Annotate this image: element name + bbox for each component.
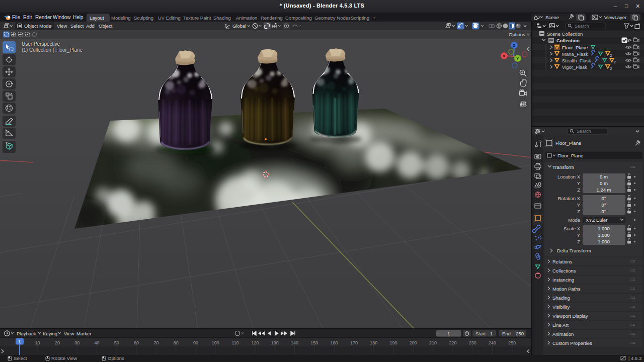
svg-text:Search: Search xyxy=(577,129,591,134)
svg-text:Floor_Plane: Floor_Plane xyxy=(557,153,583,158)
svg-text:Y: Y xyxy=(577,202,581,208)
svg-text:Vigor_Flask: Vigor_Flask xyxy=(562,64,587,70)
svg-text:Stealth_Flask: Stealth_Flask xyxy=(562,58,591,63)
svg-text:Scene Collection: Scene Collection xyxy=(547,31,583,37)
svg-text:XYZ Euler: XYZ Euler xyxy=(586,217,607,223)
svg-text:Instancing: Instancing xyxy=(552,277,574,283)
svg-text:Line Art: Line Art xyxy=(552,322,569,328)
svg-text:1.000: 1.000 xyxy=(598,226,610,231)
svg-text:250: 250 xyxy=(516,331,524,336)
svg-text:0 m: 0 m xyxy=(600,174,608,179)
svg-text:Global: Global xyxy=(232,23,246,29)
svg-text:X: X xyxy=(503,54,506,58)
svg-text:Y: Y xyxy=(516,56,519,61)
svg-text:0°: 0° xyxy=(601,202,606,208)
svg-text:1: 1 xyxy=(18,339,21,344)
svg-text:Delta Transform: Delta Transform xyxy=(557,248,591,253)
svg-text:Shading: Shading xyxy=(552,295,570,301)
svg-text:2: 2 xyxy=(610,67,612,70)
svg-text:Object: Object xyxy=(99,23,113,29)
svg-text:Z: Z xyxy=(577,239,580,244)
svg-text:ViewLayer: ViewLayer xyxy=(604,15,626,20)
svg-text:Rotate View: Rotate View xyxy=(51,355,77,361)
svg-text:2: 2 xyxy=(610,54,612,57)
svg-text:Start: Start xyxy=(475,331,486,336)
svg-text:0°: 0° xyxy=(601,209,606,214)
svg-text:Collection: Collection xyxy=(556,38,580,43)
svg-text:Mode: Mode xyxy=(568,217,580,223)
svg-text:Rotation X: Rotation X xyxy=(558,196,581,201)
svg-text:1.24 m: 1.24 m xyxy=(596,187,611,193)
svg-text:1: 1 xyxy=(490,331,493,336)
svg-text:Y: Y xyxy=(577,232,581,238)
svg-text:Select: Select xyxy=(14,355,27,361)
svg-text:Floor_Plane: Floor_Plane xyxy=(555,140,581,146)
svg-text:Visibility: Visibility xyxy=(552,304,570,310)
svg-text:View: View xyxy=(64,331,74,336)
svg-text:Collections: Collections xyxy=(552,268,576,274)
svg-text:Playback: Playback xyxy=(17,331,36,336)
svg-text:Custom Properties: Custom Properties xyxy=(552,340,592,346)
svg-text:Marker: Marker xyxy=(76,331,92,336)
svg-text:Mana_Flask: Mana_Flask xyxy=(562,51,588,57)
svg-text:1: 1 xyxy=(447,331,450,336)
svg-text:Floor_Plane: Floor_Plane xyxy=(562,45,588,50)
svg-text:Object Mode: Object Mode xyxy=(24,23,51,29)
svg-text:Z: Z xyxy=(577,209,580,214)
svg-text:Scene: Scene xyxy=(545,15,559,20)
svg-text:Search: Search xyxy=(575,24,589,29)
svg-text:1.000: 1.000 xyxy=(598,232,610,238)
svg-text:0°: 0° xyxy=(601,196,606,201)
svg-text:Z: Z xyxy=(513,43,516,48)
svg-text:2: 2 xyxy=(614,60,616,64)
svg-text:Scale X: Scale X xyxy=(564,226,580,231)
svg-text:| 4.5.3: | 4.5.3 xyxy=(628,355,641,361)
svg-text:1.000: 1.000 xyxy=(598,239,610,244)
svg-text:Motion Paths: Motion Paths xyxy=(552,286,581,292)
svg-text:Z: Z xyxy=(577,187,580,193)
svg-text:Keying: Keying xyxy=(43,331,57,336)
svg-text:End: End xyxy=(502,331,511,336)
svg-text:Transform: Transform xyxy=(552,164,574,170)
svg-text:Y: Y xyxy=(577,180,581,186)
svg-text:0 m: 0 m xyxy=(600,180,608,186)
svg-text:Animation: Animation xyxy=(552,331,574,337)
svg-text:View: View xyxy=(57,23,67,29)
svg-text:Location X: Location X xyxy=(557,174,581,179)
svg-text:Select: Select xyxy=(70,23,84,29)
svg-text:Relations: Relations xyxy=(552,259,573,264)
svg-text:Viewport Display: Viewport Display xyxy=(552,313,588,319)
svg-text:Options: Options xyxy=(509,32,525,37)
svg-text:Add: Add xyxy=(86,23,95,29)
svg-text:Options: Options xyxy=(108,355,124,361)
